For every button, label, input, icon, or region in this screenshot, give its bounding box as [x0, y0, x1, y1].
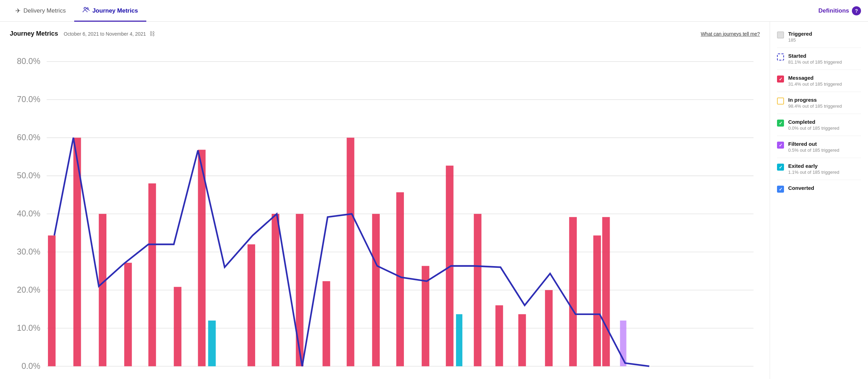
- started-label: Started: [788, 53, 842, 59]
- svg-rect-56: [545, 290, 553, 366]
- chart-svg: 80.0% 70.0% 60.0% 50.0% 40.0% 30.0% 20.0…: [10, 44, 760, 374]
- svg-text:60.0%: 60.0%: [17, 133, 40, 142]
- svg-text:Nov 1: Nov 1: [689, 373, 709, 374]
- svg-rect-55: [518, 314, 526, 366]
- legend-item-converted[interactable]: ✓ Converted: [777, 180, 861, 198]
- converted-icon: ✓: [777, 186, 784, 193]
- svg-text:70.0%: 70.0%: [17, 95, 40, 104]
- tab-delivery-label: Delivery Metrics: [23, 7, 66, 14]
- filtered-icon: ✓: [777, 142, 784, 149]
- link-icon[interactable]: ⛓: [149, 31, 155, 37]
- journey-icon: [83, 6, 90, 15]
- svg-rect-35: [48, 235, 56, 366]
- triggered-sub: 185: [788, 37, 812, 43]
- svg-rect-49: [396, 192, 404, 366]
- svg-rect-39: [148, 184, 156, 366]
- svg-text:Oct 30: Oct 30: [638, 373, 660, 374]
- svg-rect-42: [208, 321, 216, 366]
- legend-item-inprogress[interactable]: In progress 98.4% out of 185 triggered: [777, 92, 861, 114]
- filtered-label: Filtered out: [788, 141, 839, 147]
- svg-text:Oct 16: Oct 16: [291, 373, 313, 374]
- svg-rect-53: [474, 214, 482, 366]
- svg-text:80.0%: 80.0%: [17, 57, 40, 66]
- delivery-icon: ✈: [15, 7, 21, 15]
- svg-point-1: [87, 8, 88, 9]
- chart-wrapper: 80.0% 70.0% 60.0% 50.0% 40.0% 30.0% 20.0…: [10, 44, 760, 375]
- chart-header: Journey Metrics October 6, 2021 to Novem…: [10, 30, 760, 37]
- tab-journey-label: Journey Metrics: [92, 7, 138, 14]
- svg-rect-47: [347, 138, 355, 366]
- main-content: Journey Metrics October 6, 2021 to Novem…: [0, 22, 868, 379]
- exited-icon: ✓: [777, 164, 784, 171]
- tab-journey[interactable]: Journey Metrics: [74, 0, 146, 22]
- svg-text:0.0%: 0.0%: [21, 362, 40, 371]
- triggered-label: Triggered: [788, 31, 812, 37]
- legend-item-completed[interactable]: ✓ Completed 0.0% out of 185 triggered: [777, 114, 861, 136]
- triggered-icon: [777, 31, 784, 38]
- completed-icon: ✓: [777, 120, 784, 127]
- svg-rect-38: [124, 263, 132, 366]
- svg-rect-59: [602, 217, 610, 366]
- messaged-sub: 31.4% out of 185 triggered: [788, 81, 842, 87]
- svg-text:Oct 10: Oct 10: [142, 373, 164, 374]
- svg-text:Oct 28: Oct 28: [588, 373, 611, 374]
- svg-rect-45: [296, 214, 303, 366]
- definitions-link[interactable]: Definitions: [818, 7, 849, 14]
- svg-text:Oct 26: Oct 26: [539, 373, 561, 374]
- svg-text:Oct 14: Oct 14: [241, 373, 264, 374]
- svg-text:Oct 18: Oct 18: [341, 373, 363, 374]
- svg-text:Oct 22: Oct 22: [440, 373, 462, 374]
- svg-text:50.0%: 50.0%: [17, 171, 40, 180]
- completed-label: Completed: [788, 119, 839, 125]
- completed-sub: 0.0% out of 185 triggered: [788, 126, 839, 131]
- messaged-label: Messaged: [788, 75, 842, 81]
- tab-delivery[interactable]: ✈ Delivery Metrics: [7, 0, 74, 22]
- svg-rect-46: [323, 281, 330, 366]
- svg-rect-52: [456, 314, 462, 366]
- inprogress-label: In progress: [788, 97, 842, 103]
- started-icon: [777, 53, 784, 60]
- messaged-icon: ✓: [777, 76, 784, 83]
- svg-rect-44: [272, 214, 279, 366]
- svg-text:Oct 6: Oct 6: [45, 373, 63, 374]
- legend-item-messaged[interactable]: ✓ Messaged 31.4% out of 185 triggered: [777, 70, 861, 92]
- svg-text:10.0%: 10.0%: [17, 323, 40, 332]
- exited-label: Exited early: [788, 163, 839, 169]
- svg-text:Oct 12: Oct 12: [192, 373, 214, 374]
- legend-item-filtered[interactable]: ✓ Filtered out 0.5% out of 185 triggered: [777, 136, 861, 158]
- help-circle[interactable]: ?: [852, 6, 861, 15]
- svg-rect-40: [174, 287, 182, 366]
- svg-text:Nov 3: Nov 3: [738, 373, 758, 374]
- svg-rect-54: [495, 305, 503, 366]
- inprogress-sub: 98.4% out of 185 triggered: [788, 103, 842, 109]
- legend-item-started[interactable]: Started 81.1% out of 185 triggered: [777, 48, 861, 70]
- legend-item-triggered[interactable]: Triggered 185: [777, 26, 861, 48]
- tab-right: Definitions ?: [818, 0, 861, 21]
- svg-text:Oct 24: Oct 24: [489, 373, 512, 374]
- svg-text:Oct 8: Oct 8: [95, 373, 113, 374]
- svg-point-0: [84, 7, 86, 9]
- svg-text:Oct 20: Oct 20: [390, 373, 413, 374]
- legend-panel: Triggered 185 Started 81.1% out of 185 t…: [770, 22, 868, 379]
- svg-rect-43: [247, 244, 255, 366]
- chart-help-link[interactable]: What can journeys tell me?: [701, 31, 760, 37]
- started-sub: 81.1% out of 185 triggered: [788, 59, 842, 65]
- chart-date-range: October 6, 2021 to November 4, 2021: [64, 31, 146, 37]
- svg-text:20.0%: 20.0%: [17, 285, 40, 294]
- app-container: ✈ Delivery Metrics Journey Metrics Defin…: [0, 0, 868, 379]
- chart-title: Journey Metrics: [10, 30, 58, 37]
- inprogress-icon: [777, 98, 784, 105]
- svg-text:30.0%: 30.0%: [17, 247, 40, 256]
- svg-rect-37: [99, 214, 106, 366]
- exited-sub: 1.1% out of 185 triggered: [788, 170, 839, 175]
- chart-area: Journey Metrics October 6, 2021 to Novem…: [0, 22, 770, 379]
- filtered-sub: 0.5% out of 185 triggered: [788, 148, 839, 153]
- converted-label: Converted: [788, 185, 814, 191]
- tab-bar: ✈ Delivery Metrics Journey Metrics Defin…: [0, 0, 868, 22]
- svg-rect-48: [372, 214, 380, 366]
- svg-rect-58: [593, 235, 601, 366]
- legend-item-exited[interactable]: ✓ Exited early 1.1% out of 185 triggered: [777, 158, 861, 180]
- svg-text:40.0%: 40.0%: [17, 209, 40, 218]
- svg-rect-57: [569, 217, 577, 366]
